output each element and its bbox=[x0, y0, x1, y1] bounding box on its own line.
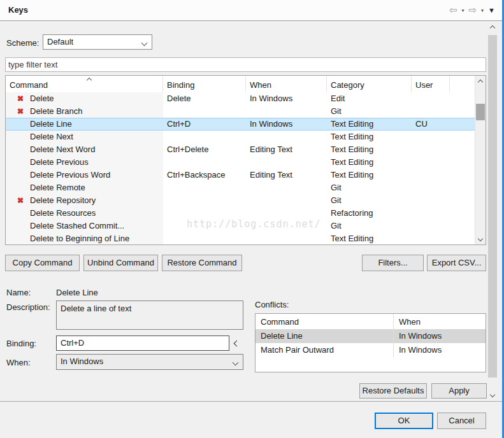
table-row[interactable]: ✖DeleteDeleteIn WindowsEdit bbox=[6, 92, 475, 105]
table-cell: CU bbox=[412, 118, 450, 131]
scheme-select[interactable]: Default bbox=[43, 34, 152, 50]
table-cell: Text Editing bbox=[327, 156, 412, 169]
description-field[interactable]: Delete a line of text bbox=[56, 300, 243, 330]
table-cell bbox=[412, 143, 450, 156]
table-scrollbar[interactable] bbox=[475, 76, 486, 244]
table-cell bbox=[412, 232, 450, 244]
column-header-filler bbox=[450, 76, 476, 92]
when-value: In Windows bbox=[61, 357, 103, 366]
table-cell: In Windows bbox=[246, 118, 327, 131]
page-scrollbar-thumb[interactable] bbox=[488, 35, 497, 378]
table-row[interactable]: Delete Stashed Commit...Git bbox=[6, 220, 475, 232]
conflict-row[interactable]: Delete LineIn Windows bbox=[256, 329, 486, 343]
table-cell: Delete bbox=[163, 92, 246, 105]
conflicts-rows: Delete LineIn WindowsMatch Pair OutwardI… bbox=[256, 329, 486, 357]
table-cell: Git bbox=[327, 105, 412, 118]
binding-label: Binding: bbox=[6, 339, 36, 348]
table-row[interactable]: Delete NextText Editing bbox=[6, 131, 475, 143]
ok-button[interactable]: OK bbox=[375, 413, 433, 429]
table-row[interactable]: Delete LineCtrl+DIn WindowsText EditingC… bbox=[6, 118, 475, 131]
table-row[interactable]: Delete to Beginning of LineText Editing bbox=[6, 232, 475, 244]
page-scroll-down-icon[interactable] bbox=[487, 389, 498, 400]
table-cell bbox=[163, 105, 246, 118]
table-row[interactable]: ✖Delete RepositoryGit bbox=[6, 194, 475, 207]
table-cell: Ctrl+D bbox=[163, 118, 246, 131]
table-cell bbox=[246, 156, 327, 169]
scheme-value: Default bbox=[47, 37, 73, 46]
conflict-cell: Match Pair Outward bbox=[256, 343, 393, 357]
table-cell bbox=[163, 207, 246, 220]
table-cell: Ctrl+Delete bbox=[163, 143, 246, 156]
binding-field[interactable]: Ctrl+D bbox=[56, 336, 229, 351]
table-cell: Ctrl+Backspace bbox=[163, 169, 246, 181]
table-cell bbox=[163, 156, 246, 169]
table-header: Command Binding When Category User bbox=[6, 76, 475, 92]
table-cell bbox=[246, 220, 327, 232]
table-cell: Text Editing bbox=[327, 143, 412, 156]
column-header-binding[interactable]: Binding bbox=[163, 76, 246, 92]
apply-button[interactable]: Apply bbox=[431, 383, 487, 399]
scheme-label: Scheme: bbox=[6, 38, 39, 48]
keys-preference-page: Keys ⇦ ▾ ⇨ ▾ ▼ Scheme: Default Command B… bbox=[0, 0, 504, 438]
table-cell: Text Editing bbox=[327, 118, 412, 131]
filter-input[interactable] bbox=[5, 57, 486, 72]
copy-command-button[interactable]: Copy Command bbox=[5, 255, 80, 271]
chevron-down-icon bbox=[141, 40, 148, 46]
table-cell bbox=[412, 105, 450, 118]
table-cell: Git bbox=[327, 181, 412, 194]
restore-command-button[interactable]: Restore Command bbox=[162, 255, 242, 271]
table-row[interactable]: Delete PreviousText Editing bbox=[6, 156, 475, 169]
description-label: Description: bbox=[6, 302, 50, 312]
column-header-command[interactable]: Command bbox=[6, 76, 163, 92]
unbind-command-button[interactable]: Unbind Command bbox=[83, 255, 158, 271]
binding-back-button[interactable] bbox=[231, 336, 242, 351]
column-header-when[interactable]: When bbox=[246, 76, 327, 92]
page-scroll-up-icon[interactable] bbox=[487, 22, 498, 33]
table-cell: Git bbox=[327, 220, 412, 232]
conflict-row[interactable]: Match Pair OutwardIn Windows bbox=[256, 343, 486, 357]
scroll-down-icon[interactable] bbox=[475, 233, 486, 244]
filters-button[interactable]: Filters... bbox=[362, 255, 424, 271]
table-cell bbox=[163, 194, 246, 207]
conflicts-header: Command When bbox=[256, 314, 486, 329]
table-cell bbox=[163, 220, 246, 232]
table-row[interactable]: ✖Delete BranchGit bbox=[6, 105, 475, 118]
table-row[interactable]: Delete ResourcesRefactoring bbox=[6, 207, 475, 220]
table-cell: Delete Repository bbox=[6, 194, 163, 207]
view-menu-icon[interactable]: ▼ bbox=[488, 6, 495, 14]
table-cell bbox=[163, 232, 246, 244]
conflict-cell: Delete Line bbox=[256, 329, 393, 343]
table-cell: Edit bbox=[327, 92, 412, 105]
table-cell: Text Editing bbox=[327, 169, 412, 181]
table-row[interactable]: Delete Next WordCtrl+DeleteEditing TextT… bbox=[6, 143, 475, 156]
table-cell: Delete Resources bbox=[6, 207, 163, 220]
when-select[interactable]: In Windows bbox=[56, 354, 243, 370]
restore-defaults-button[interactable]: Restore Defaults bbox=[359, 383, 427, 399]
table-cell: Delete Stashed Commit... bbox=[6, 220, 163, 232]
back-history-icon[interactable]: ▾ bbox=[462, 8, 464, 13]
table-cell bbox=[163, 131, 246, 143]
column-header-category[interactable]: Category bbox=[327, 76, 412, 92]
forward-icon[interactable]: ⇨ bbox=[469, 4, 477, 16]
table-cell bbox=[246, 207, 327, 220]
scroll-up-icon[interactable] bbox=[475, 76, 486, 87]
conflict-cell: In Windows bbox=[393, 329, 486, 343]
table-cell: Delete Branch bbox=[6, 105, 163, 118]
column-header-user[interactable]: User bbox=[412, 76, 450, 92]
table-cell: Text Editing bbox=[327, 232, 412, 244]
conflicts-column-when: When bbox=[393, 314, 486, 329]
conflicts-table: Command When Delete LineIn WindowsMatch … bbox=[255, 313, 486, 372]
table-cell bbox=[163, 181, 246, 194]
back-icon[interactable]: ⇦ bbox=[449, 4, 457, 16]
conflict-cell: In Windows bbox=[393, 343, 486, 357]
cancel-button[interactable]: Cancel bbox=[437, 413, 486, 429]
preference-nav: ⇦ ▾ ⇨ ▾ ▼ bbox=[449, 4, 495, 16]
export-csv-button[interactable]: Export CSV... bbox=[427, 255, 486, 271]
forward-history-icon[interactable]: ▾ bbox=[481, 8, 484, 13]
table-cell: Delete Next Word bbox=[6, 143, 163, 156]
scrollbar-thumb[interactable] bbox=[476, 104, 485, 120]
table-row[interactable]: Delete Previous WordCtrl+BackspaceEditin… bbox=[6, 169, 475, 181]
footer-divider bbox=[0, 401, 504, 402]
page-scrollbar[interactable] bbox=[487, 21, 498, 401]
table-row[interactable]: Delete RemoteGit bbox=[6, 181, 475, 194]
